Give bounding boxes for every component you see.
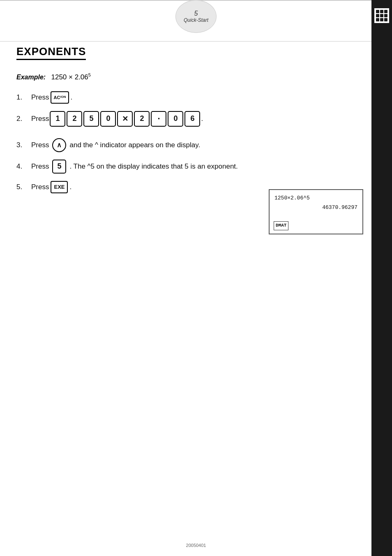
right-sidebar	[371, 0, 392, 556]
key-2b: 2	[134, 111, 150, 127]
step-2-text: Press 1 2 5 0 ✕ 2 · 0 6 .	[31, 111, 203, 127]
math-text: 1250 × 2.06	[51, 73, 88, 81]
step-3-number: 3.	[16, 141, 29, 149]
key-5-exp: 5	[52, 160, 66, 174]
calc-display: 1250×2.06^5 46370.96297 DMAT	[269, 189, 363, 234]
key-dot: ·	[151, 111, 166, 127]
key-0-a: 0	[100, 111, 116, 127]
step-2-press: Press	[31, 115, 49, 123]
step-4-text: Press 5 . The ^5 on the display indicate…	[31, 160, 238, 174]
sidebar-icon	[374, 8, 389, 23]
key-multiply: ✕	[117, 111, 133, 127]
key-ac-on: AC/ON	[51, 91, 69, 104]
step-3-description: and the ^ indicator appears on the displ…	[69, 141, 200, 149]
example-label: Example:	[16, 74, 46, 81]
sidebar-dot	[384, 18, 387, 21]
calc-display-line1: 1250×2.06^5	[274, 194, 357, 203]
step-4: 4. Press 5 . The ^5 on the display indic…	[16, 160, 367, 174]
sidebar-dot	[384, 10, 387, 13]
step-1-number: 1.	[16, 93, 29, 102]
page-number: 5	[194, 10, 198, 17]
step-3-press: Press	[31, 141, 49, 149]
section-rule	[0, 41, 371, 42]
math-expression: 1250 × 2.065	[51, 73, 90, 81]
step-1-press: Press	[31, 93, 49, 102]
page-tab: 5 Quick-Start	[175, 0, 217, 33]
step-1: 1. Press AC/ON .	[16, 91, 367, 104]
page-label: Quick-Start	[184, 17, 208, 23]
step-2: 2. Press 1 2 5 0 ✕ 2 · 0 6 .	[16, 111, 367, 127]
step-2-suffix: .	[201, 115, 203, 123]
step-1-suffix: .	[71, 93, 73, 102]
sidebar-dot	[380, 14, 383, 17]
math-exponent: 5	[88, 72, 91, 77]
sidebar-dot	[376, 14, 379, 17]
steps-list: 1. Press AC/ON . 2. Press 1 2 5 0 ✕ 2 ·	[16, 91, 367, 193]
step-4-description: . The ^5 on the display indicates that 5…	[69, 162, 238, 171]
example-line: Example: 1250 × 2.065	[16, 72, 367, 81]
step-3: 3. Press ∧ and the ^ indicator appears o…	[16, 138, 367, 152]
sidebar-dot	[380, 18, 383, 21]
footer-text: 20050401	[186, 543, 206, 548]
step-1-text: Press AC/ON .	[31, 91, 72, 104]
key-exe: EXE	[51, 181, 68, 193]
calc-display-line2: 46370.96297	[274, 204, 357, 212]
step-2-number: 2.	[16, 115, 29, 123]
step-5-text: Press EXE .	[31, 181, 71, 193]
page-footer: 20050401	[186, 543, 206, 548]
step-3-text: Press ∧ and the ^ indicator appears on t…	[31, 138, 200, 152]
sidebar-dot	[376, 18, 379, 21]
calc-indicator: DMAT	[274, 221, 288, 230]
top-divider	[0, 0, 371, 1]
sidebar-dot	[380, 10, 383, 13]
key-5: 5	[83, 111, 99, 127]
step-4-number: 4.	[16, 162, 29, 171]
step-5-press: Press	[31, 183, 49, 191]
step-5-number: 5.	[16, 183, 29, 191]
step-5-suffix: .	[69, 183, 71, 191]
step-4-press: Press	[31, 162, 49, 171]
key-1: 1	[50, 111, 65, 127]
key-2: 2	[67, 111, 82, 127]
calc-display-wrapper: 1250×2.06^5 46370.96297 DMAT	[269, 189, 363, 234]
key-caret: ∧	[52, 138, 66, 152]
sidebar-dot	[376, 10, 379, 13]
step-2-keys: 1 2 5 0 ✕ 2 · 0 6	[50, 111, 200, 127]
key-0-b: 0	[168, 111, 183, 127]
key-6: 6	[184, 111, 200, 127]
section-title: EXPONENTS	[16, 45, 86, 60]
sidebar-dot	[384, 14, 387, 17]
